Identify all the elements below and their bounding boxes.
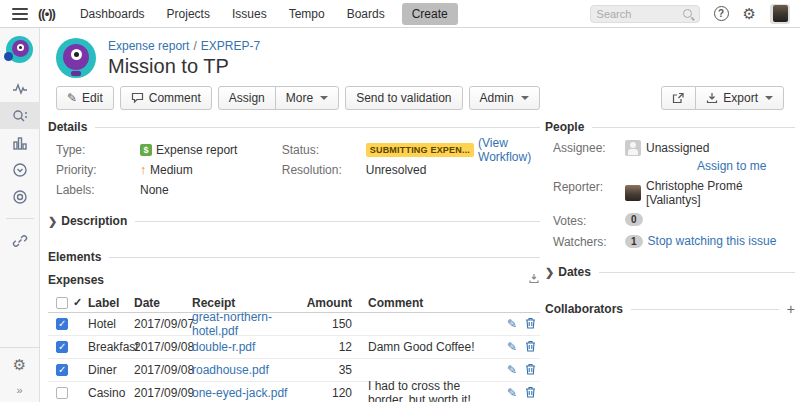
stop-watching-link[interactable]: Stop watching this issue bbox=[648, 234, 777, 248]
help-icon[interactable]: ? bbox=[714, 6, 729, 21]
nav-projects[interactable]: Projects bbox=[156, 0, 221, 28]
nav-tempo[interactable]: Tempo bbox=[278, 0, 336, 28]
expenses-heading: Expenses bbox=[48, 273, 104, 287]
watchers-count-badge[interactable]: 1 bbox=[625, 235, 643, 248]
expense-amount: 150 bbox=[306, 317, 356, 331]
expense-date: 2017/09/07 bbox=[134, 317, 192, 331]
shortcuts-link-icon[interactable] bbox=[0, 227, 40, 254]
app-logo-broadcast-icon[interactable]: ((•)) bbox=[38, 6, 55, 21]
edit-row-icon[interactable]: ✎ bbox=[507, 317, 517, 332]
collaborators-heading: Collaborators bbox=[545, 302, 623, 316]
description-section-header[interactable]: ❯ Description bbox=[48, 214, 540, 228]
chevron-down-icon bbox=[765, 96, 773, 100]
edit-row-icon[interactable]: ✎ bbox=[507, 363, 517, 378]
delete-row-icon[interactable] bbox=[525, 386, 536, 401]
more-dropdown-button[interactable]: More bbox=[275, 86, 339, 110]
export-dropdown-button[interactable]: Export bbox=[695, 86, 784, 110]
collapse-sidebar-icon[interactable]: » bbox=[16, 384, 22, 396]
releases-clock-icon[interactable] bbox=[0, 156, 40, 183]
breadcrumb-issue-link[interactable]: EXPREP-7 bbox=[201, 39, 260, 53]
receipt-link[interactable]: double-r.pdf bbox=[192, 340, 255, 354]
expense-date: 2017/09/09 bbox=[134, 386, 192, 400]
reporter-value: Christophe Promé [Valiantys] bbox=[646, 179, 795, 207]
issues-search-icon[interactable] bbox=[0, 102, 40, 129]
dates-heading: Dates bbox=[558, 265, 591, 279]
chevron-down-icon bbox=[521, 96, 529, 100]
expense-amount: 35 bbox=[306, 363, 356, 377]
chevron-down-icon bbox=[320, 96, 328, 100]
reports-bar-chart-icon[interactable] bbox=[0, 129, 40, 156]
breadcrumb-project-link[interactable]: Expense report bbox=[108, 39, 189, 53]
top-navigation: ((•)) Dashboards Projects Issues Tempo B… bbox=[0, 0, 800, 28]
unassigned-avatar-icon bbox=[625, 140, 641, 156]
nav-dashboards[interactable]: Dashboards bbox=[69, 0, 156, 28]
sidebar-divider bbox=[6, 218, 34, 219]
sidebar-settings-gear-icon[interactable]: ⚙ bbox=[13, 356, 26, 374]
nav-boards[interactable]: Boards bbox=[336, 0, 396, 28]
components-target-icon[interactable] bbox=[0, 183, 40, 210]
project-avatar[interactable] bbox=[6, 36, 33, 63]
assignee-value: Unassigned bbox=[646, 141, 709, 155]
search-icon bbox=[683, 9, 692, 18]
row-checkbox[interactable] bbox=[56, 387, 68, 399]
assign-to-me-link[interactable]: Assign to me bbox=[697, 159, 766, 173]
column-header-amount: Amount bbox=[306, 296, 356, 310]
expense-label: Diner bbox=[88, 363, 134, 377]
header-check-icon: ✓ bbox=[73, 296, 82, 309]
type-value: Expense report bbox=[156, 143, 237, 157]
breadcrumb-separator: / bbox=[193, 39, 196, 53]
delete-row-icon[interactable] bbox=[525, 340, 536, 355]
admin-dropdown-button[interactable]: Admin bbox=[469, 86, 540, 110]
receipt-link[interactable]: great-northern-hotel.pdf bbox=[192, 310, 272, 338]
votes-label: Votes: bbox=[553, 213, 625, 228]
export-table-icon[interactable] bbox=[528, 272, 540, 287]
expense-label: Casino bbox=[88, 386, 134, 400]
select-all-checkbox[interactable] bbox=[56, 297, 68, 309]
expense-date: 2017/09/08 bbox=[134, 363, 192, 377]
pencil-icon: ✎ bbox=[67, 91, 77, 105]
user-avatar[interactable] bbox=[770, 4, 790, 24]
activity-icon[interactable] bbox=[0, 75, 40, 102]
column-header-date: Date bbox=[134, 296, 192, 310]
create-button[interactable]: Create bbox=[402, 3, 458, 25]
resolution-value: Unresolved bbox=[366, 163, 427, 177]
expenses-header: Expenses bbox=[48, 272, 540, 287]
issue-header: Expense report/EXPREP-7 Mission to TP bbox=[40, 28, 800, 78]
description-heading: Description bbox=[61, 214, 127, 228]
project-sidebar: ⚙ » bbox=[0, 28, 40, 402]
status-label: Status: bbox=[282, 143, 366, 157]
details-fields: Type: $Expense report Priority: ↑Medium … bbox=[48, 134, 540, 200]
receipt-link[interactable]: roadhouse.pdf bbox=[192, 363, 269, 377]
votes-count-badge[interactable]: 0 bbox=[625, 213, 643, 226]
view-workflow-link[interactable]: (View Workflow) bbox=[478, 136, 540, 164]
labels-value: None bbox=[140, 183, 169, 197]
row-checkbox[interactable] bbox=[56, 341, 68, 353]
dates-section-header[interactable]: ❯ Dates bbox=[545, 265, 795, 279]
search-input[interactable] bbox=[597, 8, 683, 20]
sidebar-bottom-divider bbox=[0, 347, 40, 348]
edit-row-icon[interactable]: ✎ bbox=[507, 386, 517, 401]
edit-row-icon[interactable]: ✎ bbox=[507, 340, 517, 355]
issue-title: Mission to TP bbox=[108, 55, 260, 78]
hamburger-menu-icon[interactable] bbox=[12, 8, 28, 20]
share-button[interactable] bbox=[661, 86, 696, 110]
row-checkbox[interactable] bbox=[56, 364, 68, 376]
row-checkbox[interactable] bbox=[56, 318, 68, 330]
send-to-validation-button[interactable]: Send to validation bbox=[345, 86, 462, 110]
column-header-receipt: Receipt bbox=[192, 296, 306, 310]
search-box[interactable] bbox=[590, 5, 700, 23]
issue-toolbar: ✎Edit Comment Assign More Send to valida… bbox=[40, 78, 800, 120]
edit-button[interactable]: ✎Edit bbox=[56, 86, 114, 110]
issue-type-avatar bbox=[56, 38, 96, 78]
receipt-link[interactable]: one-eyed-jack.pdf bbox=[192, 386, 287, 400]
expense-date: 2017/09/08 bbox=[134, 340, 192, 354]
settings-gear-icon[interactable]: ⚙ bbox=[743, 6, 756, 21]
nav-issues[interactable]: Issues bbox=[221, 0, 278, 28]
add-collaborator-icon[interactable]: + bbox=[787, 301, 795, 317]
expense-amount: 12 bbox=[306, 340, 356, 354]
delete-row-icon[interactable] bbox=[525, 363, 536, 378]
chevron-right-icon: ❯ bbox=[545, 266, 554, 279]
assign-button[interactable]: Assign bbox=[218, 86, 276, 110]
delete-row-icon[interactable] bbox=[525, 317, 536, 332]
comment-button[interactable]: Comment bbox=[120, 86, 212, 110]
